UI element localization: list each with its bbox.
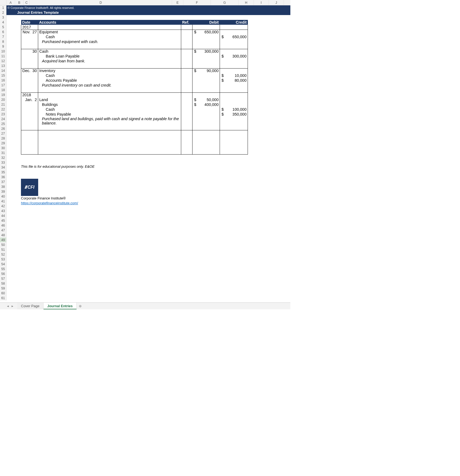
row-header[interactable]: 28 (0, 136, 6, 141)
cell-credit[interactable] (220, 145, 248, 149)
cell-ref[interactable] (181, 107, 192, 112)
cell-date[interactable]: 2018 (21, 92, 38, 97)
cell-date[interactable] (21, 112, 38, 117)
cell-credit[interactable] (220, 97, 248, 102)
row-header[interactable]: 27 (0, 131, 6, 136)
cell-account[interactable]: Inventory (38, 68, 181, 73)
row-header[interactable]: 6 (0, 30, 6, 34)
cell-debit[interactable] (192, 34, 220, 39)
row-header[interactable]: 59 (0, 286, 6, 291)
cell-debit[interactable] (192, 92, 220, 97)
row-header[interactable]: 1 (0, 5, 6, 10)
row-header[interactable]: 33 (0, 160, 6, 165)
cell-credit[interactable] (220, 63, 248, 68)
cell-ref[interactable] (181, 83, 192, 88)
cell-date[interactable] (21, 130, 38, 135)
cell-credit[interactable]: $80,000 (220, 78, 248, 83)
cell-credit[interactable]: $100,000 (220, 107, 248, 112)
row-header[interactable]: 8 (0, 39, 6, 44)
cell-credit[interactable]: $650,000 (220, 34, 248, 39)
tab-nav[interactable]: ◂ ▸ (3, 303, 17, 309)
row-header[interactable]: 9 (0, 44, 6, 49)
cell-credit[interactable] (220, 39, 248, 44)
row-header[interactable]: 45 (0, 218, 6, 223)
cell-credit[interactable] (220, 125, 248, 130)
cell-credit[interactable] (220, 25, 248, 30)
cell-account[interactable]: Cash (38, 49, 181, 54)
cell-debit[interactable] (192, 59, 220, 63)
cell-ref[interactable] (181, 54, 192, 59)
row-header[interactable]: 30 (0, 146, 6, 151)
cell-date[interactable] (21, 88, 38, 92)
cell-date[interactable]: 30 (21, 49, 38, 54)
cell-ref[interactable] (181, 44, 192, 49)
cell-debit[interactable] (192, 112, 220, 117)
row-header[interactable]: 50 (0, 242, 6, 247)
column-header[interactable]: C (24, 0, 30, 5)
cell-credit[interactable] (220, 83, 248, 88)
row-header[interactable]: 21 (0, 102, 6, 107)
cell-date[interactable]: Dec. 30 (21, 68, 38, 73)
cell-account[interactable]: Purchased inventory on cash and credit. (38, 83, 181, 88)
row-header[interactable]: 51 (0, 247, 6, 252)
column-header[interactable]: A (6, 0, 15, 5)
cell-account[interactable]: Accounts Payable (38, 78, 181, 83)
cell-account[interactable]: Equipment (38, 30, 181, 34)
row-header[interactable]: 46 (0, 223, 6, 228)
row-header[interactable]: 19 (0, 92, 6, 97)
row-header[interactable]: 38 (0, 184, 6, 189)
cell-account[interactable] (38, 130, 181, 135)
cell-credit[interactable]: $10,000 (220, 73, 248, 78)
cell-account[interactable]: Bank Loan Payable (38, 54, 181, 59)
tab-next-icon[interactable]: ▸ (12, 304, 13, 308)
row-header[interactable]: 53 (0, 257, 6, 262)
row-header[interactable]: 12 (0, 59, 6, 63)
cell-account[interactable]: Acquired loan from bank. (38, 59, 181, 63)
cell-account[interactable] (38, 92, 181, 97)
cell-credit[interactable] (220, 149, 248, 154)
row-header[interactable]: 29 (0, 141, 6, 146)
cell-credit[interactable] (220, 117, 248, 125)
cell-credit[interactable] (220, 140, 248, 145)
cell-credit[interactable] (220, 135, 248, 140)
cell-ref[interactable] (181, 145, 192, 149)
cell-ref[interactable] (181, 78, 192, 83)
cell-ref[interactable] (181, 149, 192, 154)
row-header[interactable]: 31 (0, 151, 6, 155)
cell-credit[interactable] (220, 130, 248, 135)
column-header[interactable]: F (183, 0, 211, 5)
cell-account[interactable]: Cash (38, 107, 181, 112)
row-header[interactable]: 32 (0, 155, 6, 160)
row-header[interactable]: 2 (0, 10, 6, 15)
cell-ref[interactable] (181, 88, 192, 92)
row-header[interactable]: 37 (0, 180, 6, 184)
column-header[interactable]: B (15, 0, 24, 5)
cell-account[interactable] (38, 25, 181, 30)
cell-ref[interactable] (181, 125, 192, 130)
cell-credit[interactable] (220, 102, 248, 107)
row-header[interactable]: 47 (0, 228, 6, 233)
cell-debit[interactable] (192, 88, 220, 92)
cell-ref[interactable] (181, 140, 192, 145)
row-header[interactable]: 26 (0, 126, 6, 131)
row-header[interactable]: 16 (0, 78, 6, 83)
row-header[interactable]: 5 (0, 25, 6, 30)
row-header[interactable]: 22 (0, 107, 6, 112)
cell-account[interactable] (38, 125, 181, 130)
cell-debit[interactable]: $300,000 (192, 49, 220, 54)
cell-debit[interactable] (192, 44, 220, 49)
cell-debit[interactable]: $50,000 (192, 97, 220, 102)
cell-debit[interactable] (192, 83, 220, 88)
cell-ref[interactable] (181, 39, 192, 44)
row-header[interactable]: 43 (0, 209, 6, 213)
cell-date[interactable] (21, 102, 38, 107)
row-header[interactable]: 15 (0, 73, 6, 78)
row-headers[interactable]: 1234567891011121314151617181920212223242… (0, 5, 6, 300)
cell-account[interactable] (38, 145, 181, 149)
cell-credit[interactable] (220, 88, 248, 92)
row-header[interactable]: 18 (0, 88, 6, 92)
row-header[interactable]: 56 (0, 271, 6, 276)
cell-date[interactable] (21, 107, 38, 112)
cell-debit[interactable] (192, 125, 220, 130)
cell-ref[interactable] (181, 68, 192, 73)
